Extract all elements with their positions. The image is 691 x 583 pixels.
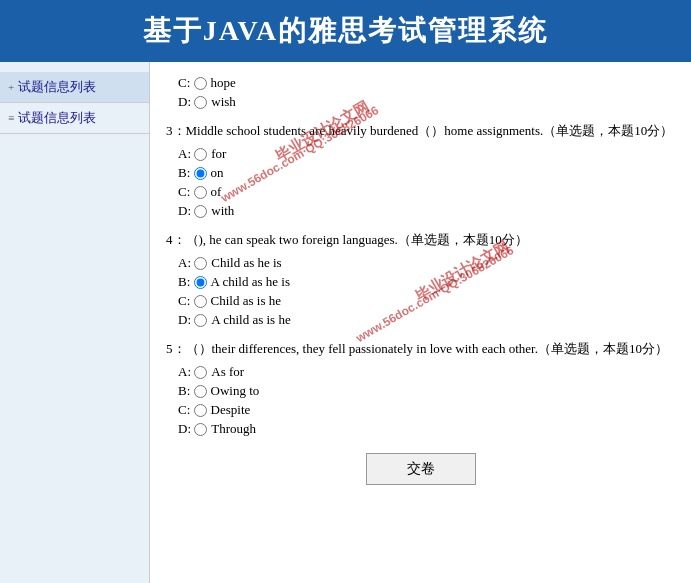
option-label: A: — [178, 364, 194, 380]
option-label: B: — [178, 383, 194, 399]
question-5-title: 5：（）their differences, they fell passion… — [166, 340, 675, 358]
option-row: D: A child as is he — [178, 312, 675, 328]
option-label: D: — [178, 94, 194, 110]
radio-q5-d[interactable] — [194, 423, 207, 436]
question-3-title: 3：Middle school students are heavily bur… — [166, 122, 675, 140]
option-label: B: — [178, 165, 194, 181]
sidebar-item-2[interactable]: ≡ 试题信息列表 — [0, 103, 149, 134]
sidebar: + 试题信息列表 ≡ 试题信息列表 — [0, 62, 150, 583]
option-text: hope — [211, 75, 236, 91]
question-4: 4：（), he can speak two foreign languages… — [166, 231, 675, 328]
option-row: D: wish — [178, 94, 675, 110]
option-row: B: on — [178, 165, 675, 181]
option-row: B: Owing to — [178, 383, 675, 399]
radio-q5-b[interactable] — [194, 385, 207, 398]
option-text: A child as is he — [211, 312, 290, 328]
radio-q3-b[interactable] — [194, 167, 207, 180]
option-text: of — [211, 184, 222, 200]
sidebar-item-1[interactable]: + 试题信息列表 — [0, 72, 149, 103]
question-3: 3：Middle school students are heavily bur… — [166, 122, 675, 219]
option-row: A: As for — [178, 364, 675, 380]
main-content: C: hope D: wish 3：Middle school students… — [150, 62, 691, 583]
radio-q3-c[interactable] — [194, 186, 207, 199]
option-text: Despite — [211, 402, 251, 418]
sidebar-icon-1: + — [8, 81, 14, 93]
radio-q4-a[interactable] — [194, 257, 207, 270]
option-label: D: — [178, 421, 194, 437]
radio-q5-a[interactable] — [194, 366, 207, 379]
sidebar-label-1: 试题信息列表 — [18, 78, 96, 96]
radio-d-partial[interactable] — [194, 96, 207, 109]
option-label: C: — [178, 75, 194, 91]
option-row: C: of — [178, 184, 675, 200]
option-text: for — [211, 146, 226, 162]
radio-q5-c[interactable] — [194, 404, 207, 417]
option-label: A: — [178, 146, 194, 162]
option-label: D: — [178, 203, 194, 219]
sidebar-icon-2: ≡ — [8, 112, 14, 124]
question-partial: C: hope D: wish — [166, 75, 675, 110]
radio-q4-d[interactable] — [194, 314, 207, 327]
radio-q4-b[interactable] — [194, 276, 207, 289]
option-text: with — [211, 203, 234, 219]
option-label: C: — [178, 184, 194, 200]
question-5: 5：（）their differences, they fell passion… — [166, 340, 675, 437]
sidebar-label-2: 试题信息列表 — [18, 109, 96, 127]
radio-q3-a[interactable] — [194, 148, 207, 161]
option-text: As for — [211, 364, 244, 380]
option-text: on — [211, 165, 224, 181]
option-text: Child as is he — [211, 293, 281, 309]
option-text: A child as he is — [211, 274, 290, 290]
option-row: D: Through — [178, 421, 675, 437]
option-text: Owing to — [211, 383, 260, 399]
question-4-title: 4：（), he can speak two foreign languages… — [166, 231, 675, 249]
option-row: B: A child as he is — [178, 274, 675, 290]
option-label: C: — [178, 293, 194, 309]
radio-c-partial[interactable] — [194, 77, 207, 90]
option-label: A: — [178, 255, 194, 271]
option-label: C: — [178, 402, 194, 418]
option-row: A: for — [178, 146, 675, 162]
option-label: D: — [178, 312, 194, 328]
radio-q3-d[interactable] — [194, 205, 207, 218]
app-title: 基于JAVA的雅思考试管理系统 — [0, 0, 691, 62]
option-row: D: with — [178, 203, 675, 219]
option-row: A: Child as he is — [178, 255, 675, 271]
option-row: C: hope — [178, 75, 675, 91]
submit-button[interactable]: 交卷 — [366, 453, 476, 485]
option-text: Through — [211, 421, 256, 437]
radio-q4-c[interactable] — [194, 295, 207, 308]
option-label: B: — [178, 274, 194, 290]
option-row: C: Child as is he — [178, 293, 675, 309]
submit-area: 交卷 — [166, 453, 675, 495]
option-text: Child as he is — [211, 255, 281, 271]
option-text: wish — [211, 94, 236, 110]
option-row: C: Despite — [178, 402, 675, 418]
